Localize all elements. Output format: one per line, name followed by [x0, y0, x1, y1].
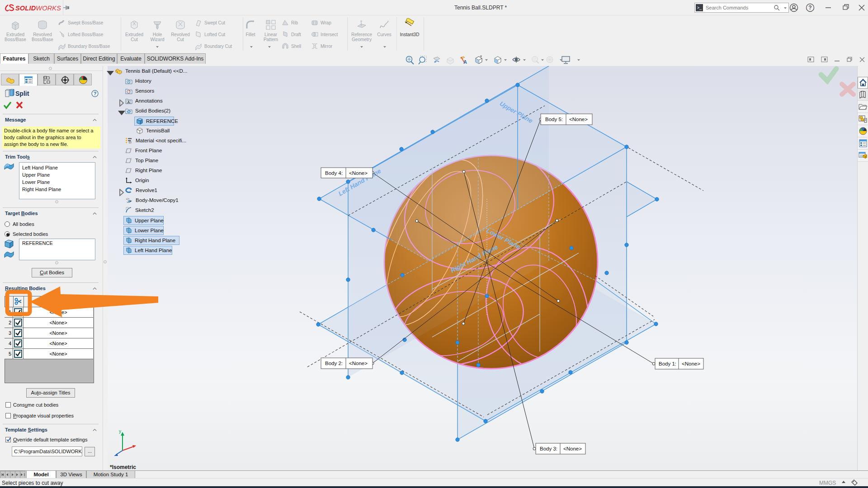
svg-text:*Isometric: *Isometric — [110, 464, 136, 470]
svg-text:<None>: <None> — [563, 446, 582, 451]
svg-text:A: A — [463, 59, 467, 65]
svg-text:Body 1:: Body 1: — [659, 361, 676, 366]
svg-text:<None>: <None> — [349, 361, 368, 366]
svg-text:Body 4:: Body 4: — [325, 170, 343, 176]
svg-text:?: ? — [94, 91, 97, 96]
svg-text:y: y — [119, 429, 121, 434]
svg-text:Body 3:: Body 3: — [540, 446, 557, 451]
svg-text:<None>: <None> — [682, 361, 700, 366]
svg-text:<None>: <None> — [349, 170, 368, 176]
svg-text:Body 5:: Body 5: — [545, 117, 563, 122]
svg-text:Body 2:: Body 2: — [325, 361, 343, 366]
svg-text:<None>: <None> — [569, 117, 588, 122]
svg-text:A: A — [127, 100, 130, 104]
svg-text:?: ? — [808, 5, 811, 11]
